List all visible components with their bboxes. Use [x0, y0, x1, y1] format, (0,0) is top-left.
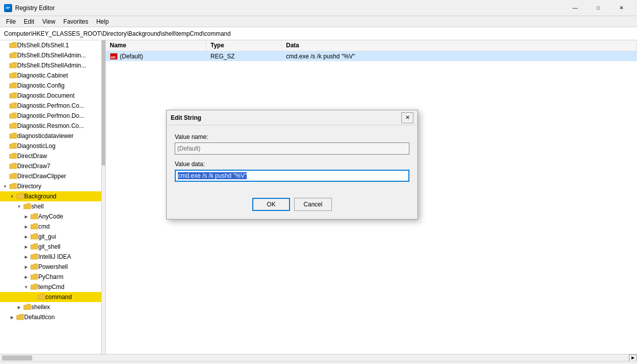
folder-icon	[9, 82, 17, 89]
tree-item[interactable]: DiagnosticLog	[0, 141, 105, 151]
folder-icon	[9, 132, 17, 139]
tree-item[interactable]: DfsShell.DfsShellAdmin...	[0, 60, 105, 70]
tree-item-git-shell[interactable]: ▶ git_shell	[0, 242, 105, 252]
tree-item[interactable]: Diagnostic.Resmon.Co...	[0, 121, 105, 131]
expander-pycharm-icon[interactable]: ▶	[22, 273, 30, 281]
expander-directory-icon[interactable]: ▼	[1, 182, 9, 190]
expander-git-gui-icon[interactable]: ▶	[22, 233, 30, 241]
value-name-input[interactable]	[175, 142, 409, 155]
expander-git-shell-icon[interactable]: ▶	[22, 243, 30, 251]
tree-item-label: DfsShell.DfsShell.1	[17, 42, 69, 49]
expander-tempcmd-icon[interactable]: ▼	[22, 283, 30, 291]
tree-item[interactable]: Diagnostic.Cabinet	[0, 70, 105, 81]
dialog-title: Edit String	[171, 114, 401, 121]
expander-defaulticon-icon[interactable]: ▶	[8, 313, 16, 321]
tree-item-git-shell-label: git_shell	[38, 243, 60, 250]
tree-item-intellij[interactable]: ▶ IntelliJ IDEA	[0, 252, 105, 262]
folder-background-icon	[16, 193, 24, 200]
menu-help[interactable]: Help	[92, 17, 113, 26]
dialog-body: Value name: Value data: OK Cancel	[167, 125, 417, 219]
tree-item-label: DfsShell.DfsShellAdmin...	[17, 62, 86, 69]
tree-item-defaulticon-label: DefaultIcon	[24, 314, 55, 321]
h-scrollbar-thumb[interactable]	[2, 355, 32, 360]
tree-item-label: DirectDrawClipper	[17, 173, 66, 180]
h-scrollbar[interactable]: ▶	[0, 354, 637, 361]
h-scroll-right-btn[interactable]: ▶	[629, 354, 637, 361]
tree-scrollbar[interactable]	[101, 40, 105, 354]
expander-powershell-icon[interactable]: ▶	[22, 263, 30, 271]
maximize-button[interactable]: □	[587, 0, 610, 16]
menu-favorites[interactable]: Favorites	[59, 17, 92, 26]
col-header-name[interactable]: Name	[106, 40, 206, 51]
expander-icon	[1, 102, 9, 110]
tree-item-directory[interactable]: ▼ Directory	[0, 181, 105, 191]
folder-icon	[9, 173, 17, 180]
tree-item-command[interactable]: command	[0, 292, 105, 302]
tree-item[interactable]: diagnosticdataviewer	[0, 131, 105, 141]
expander-cmd-icon[interactable]: ▶	[22, 223, 30, 231]
folder-powershell-icon	[30, 263, 38, 270]
cancel-button[interactable]: Cancel	[294, 198, 332, 211]
folder-icon	[9, 92, 17, 99]
tree-item-anycode[interactable]: ▶ AnyCode	[0, 211, 105, 222]
expander-anycode-icon[interactable]: ▶	[22, 212, 30, 221]
tree-item[interactable]: DirectDraw7	[0, 161, 105, 171]
tree-item[interactable]: DirectDrawClipper	[0, 171, 105, 181]
tree-item[interactable]: Diagnostic.Document	[0, 91, 105, 101]
bottom-bar: ▶	[0, 354, 637, 364]
tree-item-tempcmd[interactable]: ▼ tempCmd	[0, 282, 105, 292]
tree-item-label: DiagnosticLog	[17, 142, 55, 150]
minimize-button[interactable]: —	[563, 0, 587, 16]
tree-item-git-gui[interactable]: ▶ git_gui	[0, 232, 105, 242]
col-header-data[interactable]: Data	[282, 40, 637, 51]
tree-item[interactable]: Diagnostic.Perfmon.Co...	[0, 101, 105, 111]
tree-panel[interactable]: DfsShell.DfsShell.1 DfsShell.DfsShellAdm…	[0, 40, 106, 354]
value-data-input[interactable]	[175, 170, 409, 182]
expander-intellij-icon[interactable]: ▶	[22, 253, 30, 261]
tree-item-label: DirectDraw7	[17, 163, 50, 170]
menu-edit[interactable]: Edit	[20, 17, 38, 26]
tree-item-defaulticon[interactable]: ▶ DefaultIcon	[0, 312, 105, 322]
expander-shell-icon[interactable]: ▼	[15, 202, 23, 210]
folder-icon	[9, 112, 17, 119]
tree-item[interactable]: Diagnostic.Perfmon.Do...	[0, 111, 105, 121]
tree-item-cmd[interactable]: ▶ cmd	[0, 222, 105, 232]
tree-item-anycode-label: AnyCode	[38, 213, 63, 220]
dialog-close-button[interactable]: ✕	[401, 112, 413, 123]
folder-git-shell-icon	[30, 243, 38, 250]
expander-background-icon[interactable]: ▼	[8, 192, 16, 200]
tree-item-label: DfsShell.DfsShellAdmin...	[17, 52, 86, 59]
tree-item-background[interactable]: ▼ Background	[0, 191, 105, 201]
close-button[interactable]: ✕	[610, 0, 633, 16]
folder-icon	[9, 142, 17, 150]
folder-cmd-icon	[30, 223, 38, 230]
svg-text:ab: ab	[111, 55, 115, 59]
menu-view[interactable]: View	[38, 17, 59, 26]
expander-icon	[1, 51, 9, 59]
menu-file[interactable]: File	[2, 17, 20, 26]
expander-command-icon	[29, 293, 37, 301]
tree-item-git-gui-label: git_gui	[38, 233, 56, 240]
cell-name-value: (Default)	[120, 53, 143, 60]
expander-icon	[1, 162, 9, 170]
content-row-default[interactable]: ab (Default) REG_SZ cmd.exe /s /k pushd …	[106, 51, 637, 61]
folder-intellij-icon	[30, 253, 38, 260]
folder-icon	[9, 122, 17, 129]
tree-item-powershell[interactable]: ▶ Powershell	[0, 262, 105, 272]
tree-item[interactable]: DfsShell.DfsShellAdmin...	[0, 50, 105, 60]
tree-item-label: Diagnostic.Cabinet	[17, 72, 68, 79]
tree-item[interactable]: DirectDraw	[0, 151, 105, 161]
tree-item-shell[interactable]: ▼ shell	[0, 201, 105, 211]
ok-button[interactable]: OK	[252, 198, 290, 211]
expander-shellex-icon[interactable]: ▶	[15, 303, 23, 311]
scrollbar-thumb[interactable]	[102, 40, 106, 166]
value-data-container	[175, 170, 409, 190]
tree-item[interactable]: Diagnostic.Config	[0, 81, 105, 91]
tree-item-shellex[interactable]: ▶ shellex	[0, 302, 105, 312]
tree-item-pycharm[interactable]: ▶ PyCharm	[0, 272, 105, 282]
tree-item[interactable]: DfsShell.DfsShell.1	[0, 40, 105, 50]
content-header: Name Type Data	[106, 40, 637, 51]
folder-icon	[9, 102, 17, 109]
expander-icon	[1, 92, 9, 100]
col-header-type[interactable]: Type	[206, 40, 282, 51]
